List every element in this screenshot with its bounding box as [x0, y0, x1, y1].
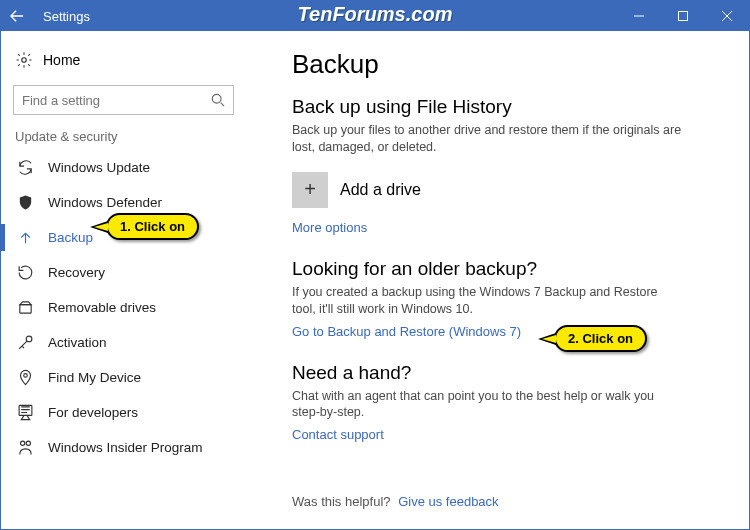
svg-point-1: [22, 58, 27, 63]
svg-rect-3: [20, 305, 31, 314]
search-box[interactable]: [13, 85, 234, 115]
section-desc: If you created a backup using the Window…: [292, 284, 682, 318]
plus-icon: +: [292, 172, 328, 208]
sidebar-item-label: Windows Defender: [48, 195, 162, 210]
sidebar-item-removable-drives[interactable]: Removable drives: [1, 290, 246, 325]
home-label: Home: [43, 52, 80, 68]
sidebar-item-find-my-device[interactable]: Find My Device: [1, 360, 246, 395]
more-options-link[interactable]: More options: [292, 220, 367, 235]
location-icon: [17, 369, 34, 386]
sidebar-item-label: Find My Device: [48, 370, 141, 385]
sidebar-item-windows-update[interactable]: Windows Update: [1, 150, 246, 185]
sidebar-item-windows-insider[interactable]: Windows Insider Program: [1, 430, 246, 465]
contact-support-link[interactable]: Contact support: [292, 427, 384, 442]
sidebar: Home Update & security Windows Update Wi…: [1, 31, 256, 529]
svg-point-8: [26, 441, 30, 445]
minimize-button[interactable]: [617, 1, 661, 31]
backup-arrow-icon: [17, 229, 34, 246]
sidebar-item-label: For developers: [48, 405, 138, 420]
key-icon: [17, 334, 34, 351]
section-title: Looking for an older backup?: [292, 258, 723, 280]
sidebar-item-for-developers[interactable]: For developers: [1, 395, 246, 430]
gear-icon: [15, 51, 33, 69]
home-nav[interactable]: Home: [1, 43, 246, 77]
sidebar-item-label: Removable drives: [48, 300, 156, 315]
feedback-row: Was this helpful? Give us feedback: [292, 494, 499, 509]
section-desc: Back up your files to another drive and …: [292, 122, 682, 156]
sidebar-item-label: Backup: [48, 230, 93, 245]
svg-point-2: [212, 94, 221, 103]
add-drive-button[interactable]: + Add a drive: [292, 172, 723, 208]
section-older-backup: Looking for an older backup? If you crea…: [292, 258, 723, 340]
annotation-callout-1: 1. Click on: [106, 213, 199, 240]
section-desc: Chat with an agent that can point you to…: [292, 388, 682, 422]
svg-point-5: [24, 374, 28, 378]
backup-restore-link[interactable]: Go to Backup and Restore (Windows 7): [292, 324, 521, 339]
developers-icon: [17, 404, 34, 421]
search-icon: [211, 93, 225, 107]
shield-icon: [17, 194, 34, 211]
svg-point-4: [26, 336, 32, 342]
title-bar: Settings: [1, 1, 749, 31]
section-file-history: Back up using File History Back up your …: [292, 96, 723, 236]
sidebar-item-label: Recovery: [48, 265, 105, 280]
section-need-hand: Need a hand? Chat with an agent that can…: [292, 362, 723, 444]
section-title: Back up using File History: [292, 96, 723, 118]
insider-icon: [17, 439, 34, 456]
page-title: Backup: [292, 49, 723, 80]
add-drive-label: Add a drive: [340, 181, 421, 199]
recovery-icon: [17, 264, 34, 281]
sidebar-item-label: Windows Update: [48, 160, 150, 175]
sidebar-item-recovery[interactable]: Recovery: [1, 255, 246, 290]
feedback-link[interactable]: Give us feedback: [398, 494, 498, 509]
feedback-question: Was this helpful?: [292, 494, 391, 509]
sidebar-item-label: Windows Insider Program: [48, 440, 203, 455]
maximize-button[interactable]: [661, 1, 705, 31]
svg-point-7: [21, 441, 25, 445]
sidebar-item-activation[interactable]: Activation: [1, 325, 246, 360]
category-label: Update & security: [1, 129, 246, 150]
app-title: Settings: [43, 9, 90, 24]
close-button[interactable]: [705, 1, 749, 31]
search-input[interactable]: [22, 93, 211, 108]
main-panel: Backup Back up using File History Back u…: [256, 31, 749, 529]
sync-icon: [17, 159, 34, 176]
drive-icon: [17, 299, 34, 316]
annotation-callout-2: 2. Click on: [554, 325, 647, 352]
section-title: Need a hand?: [292, 362, 723, 384]
sidebar-item-label: Activation: [48, 335, 107, 350]
back-button[interactable]: [1, 1, 33, 31]
svg-rect-0: [679, 12, 688, 21]
